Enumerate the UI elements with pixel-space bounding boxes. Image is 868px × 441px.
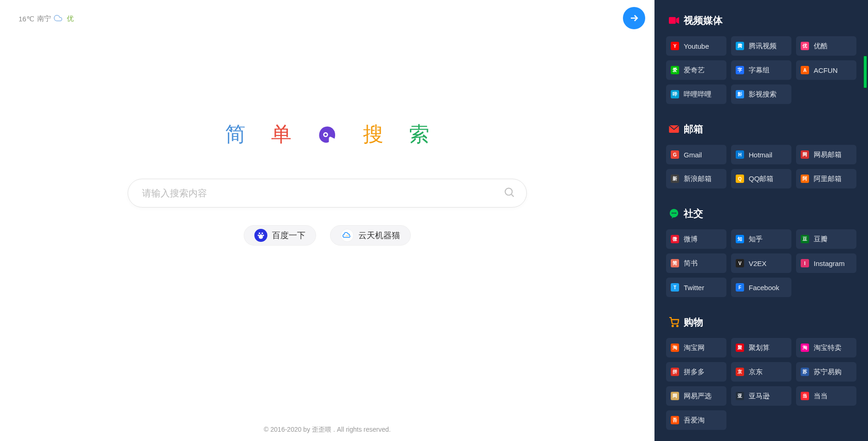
weather-aqi: 优 [67, 14, 74, 23]
link-label: 影视搜索 [749, 90, 777, 99]
video-icon [669, 15, 679, 26]
link-card[interactable]: 苏苏宁易购 [796, 362, 856, 382]
link-label: 吾爱淘 [684, 416, 705, 425]
section-title: 视频媒体 [684, 14, 723, 27]
link-card[interactable]: GGmail [666, 145, 726, 164]
section-header: 购物 [669, 316, 856, 329]
link-card[interactable]: 拼拼多多 [666, 362, 726, 382]
site-icon: 淘 [671, 344, 679, 352]
engine-baidu[interactable]: 百度一下 [244, 225, 316, 246]
site-icon: Y [671, 42, 679, 50]
link-label: Gmail [684, 151, 702, 159]
site-icon: 影 [736, 90, 744, 98]
weather-widget[interactable]: 16℃ 南宁 优 [19, 14, 74, 24]
link-card[interactable]: VV2EX [731, 253, 791, 273]
site-icon: 优 [801, 42, 809, 50]
search-input[interactable] [128, 179, 527, 208]
link-card[interactable]: YYoutube [666, 36, 726, 56]
search-button[interactable] [503, 186, 515, 200]
site-icon: G [671, 150, 679, 159]
site-icon: 阿 [801, 175, 809, 183]
link-label: 当当 [814, 392, 828, 401]
link-card[interactable]: 腾腾讯视频 [731, 36, 791, 56]
section-title: 购物 [684, 316, 703, 329]
link-card[interactable]: AACFUN [796, 60, 856, 80]
cloud-icon [54, 14, 62, 24]
link-card[interactable]: 网网易邮箱 [796, 145, 856, 164]
link-label: Twitter [684, 284, 704, 292]
link-card[interactable]: QQQ邮箱 [731, 169, 791, 188]
link-label: 网易邮箱 [814, 150, 842, 159]
svg-point-17 [672, 325, 674, 327]
link-card[interactable]: 哔哔哩哔哩 [666, 84, 726, 104]
link-sidebar: 视频媒体YYoutube腾腾讯视频优优酷爱爱奇艺字字幕组AACFUN哔哔哩哔哩影… [654, 0, 868, 441]
link-card[interactable]: 京京东 [731, 362, 791, 382]
engine-label: 云天机器猫 [358, 230, 400, 241]
link-card[interactable]: 豆豆瓣 [796, 229, 856, 249]
engine-yuntian[interactable]: 云天机器猫 [330, 225, 411, 246]
link-label: 爱奇艺 [684, 66, 705, 75]
link-card[interactable]: IInstagram [796, 253, 856, 273]
svg-point-15 [674, 213, 675, 214]
link-label: 简书 [684, 259, 698, 268]
link-card[interactable]: 影影视搜索 [731, 84, 791, 104]
link-card[interactable]: 吾吾爱淘 [666, 410, 726, 430]
svg-point-14 [672, 213, 673, 214]
link-label: 聚划算 [749, 344, 770, 352]
logo-play-icon [317, 124, 337, 145]
sidebar-section: 邮箱GGmailHHotmail网网易邮箱新新浪邮箱QQQ邮箱阿阿里邮箱 [666, 123, 856, 188]
link-card[interactable]: 亚亚马逊 [731, 386, 791, 406]
link-label: 苏宁易购 [814, 368, 842, 376]
site-icon: 知 [736, 235, 744, 243]
link-card[interactable]: 网网易严选 [666, 386, 726, 406]
site-icon: 爱 [671, 66, 679, 74]
link-card[interactable]: 简简书 [666, 253, 726, 273]
link-label: QQ邮箱 [749, 175, 773, 183]
link-card[interactable]: 知知乎 [731, 229, 791, 249]
link-card[interactable]: HHotmail [731, 145, 791, 164]
section-title: 邮箱 [684, 123, 703, 136]
link-card[interactable]: 微微博 [666, 229, 726, 249]
link-card[interactable]: 字字幕组 [731, 60, 791, 80]
link-card[interactable]: TTwitter [666, 278, 726, 297]
link-label: ACFUN [814, 66, 838, 74]
arrow-right-icon [628, 13, 640, 24]
link-card[interactable]: 优优酷 [796, 36, 856, 56]
forward-button[interactable] [623, 7, 645, 29]
link-label: 新浪邮箱 [684, 175, 712, 183]
main-area: 16℃ 南宁 优 简 单 搜 索 百度一下 [0, 0, 654, 441]
link-card[interactable]: FFacebook [731, 278, 791, 297]
scrollbar-thumb[interactable] [863, 56, 867, 88]
site-icon: 京 [736, 368, 744, 376]
site-icon: A [801, 66, 809, 74]
engine-row: 百度一下 云天机器猫 [244, 225, 411, 246]
link-card[interactable]: 当当当 [796, 386, 856, 406]
site-icon: F [736, 283, 744, 292]
site-icon: 网 [671, 392, 679, 400]
link-card[interactable]: 阿阿里邮箱 [796, 169, 856, 188]
site-icon: 拼 [671, 368, 679, 376]
svg-point-8 [263, 234, 264, 236]
link-card[interactable]: 爱爱奇艺 [666, 60, 726, 80]
svg-point-2 [324, 133, 327, 136]
link-card[interactable]: 新新浪邮箱 [666, 169, 726, 188]
sidebar-section: 购物淘淘宝网聚聚划算淘淘宝特卖拼拼多多京京东苏苏宁易购网网易严选亚亚马逊当当当吾… [666, 316, 856, 430]
section-header: 视频媒体 [669, 14, 856, 27]
link-card[interactable]: 聚聚划算 [731, 338, 791, 357]
footer-copyright: © 2016-2020 by 歪歪喂 . All rights reserved… [0, 426, 654, 434]
link-label: 知乎 [749, 235, 763, 244]
link-label: 网易严选 [684, 392, 712, 401]
mail-icon [669, 124, 679, 134]
link-label: Youtube [684, 42, 709, 50]
svg-line-4 [512, 195, 514, 197]
link-card[interactable]: 淘淘宝特卖 [796, 338, 856, 357]
sidebar-section: 视频媒体YYoutube腾腾讯视频优优酷爱爱奇艺字字幕组AACFUN哔哔哩哔哩影… [666, 14, 856, 104]
svg-point-18 [677, 325, 678, 327]
link-label: Facebook [749, 284, 779, 292]
link-card[interactable]: 淘淘宝网 [666, 338, 726, 357]
link-grid: GGmailHHotmail网网易邮箱新新浪邮箱QQQ邮箱阿阿里邮箱 [666, 145, 856, 188]
link-label: Instagram [814, 259, 845, 267]
robot-cloud-icon [341, 229, 354, 242]
engine-label: 百度一下 [272, 230, 305, 241]
site-icon: 字 [736, 66, 744, 74]
